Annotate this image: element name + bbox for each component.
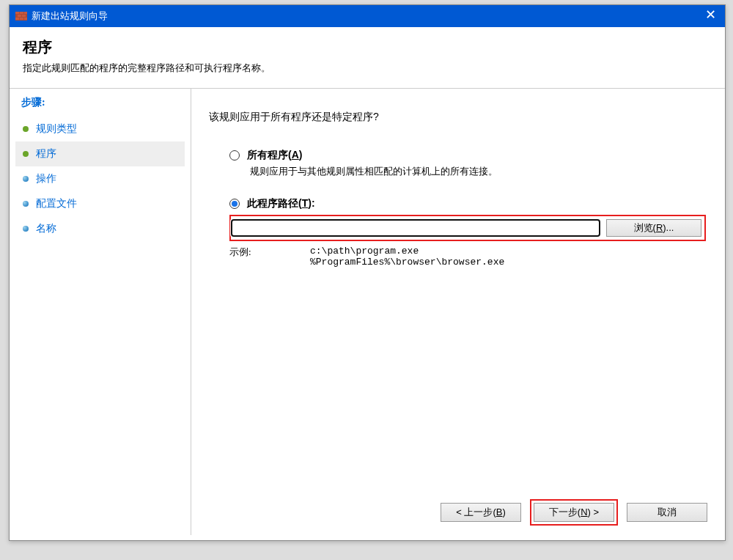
step-bullet-icon [23, 201, 29, 207]
page-title: 程序 [23, 37, 712, 57]
step-bullet-icon [23, 176, 29, 182]
step-name[interactable]: 名称 [15, 216, 185, 241]
radio-all-programs-desc: 规则应用于与其他规则属性相匹配的计算机上的所有连接。 [250, 165, 707, 178]
example-label: 示例: [229, 246, 310, 268]
svg-rect-6 [15, 18, 19, 20]
next-button-highlight: 下一步(N) > [530, 499, 618, 526]
svg-rect-2 [20, 12, 23, 14]
page-description: 指定此规则匹配的程序的完整程序路径和可执行程序名称。 [23, 62, 712, 75]
next-button[interactable]: 下一步(N) > [534, 503, 614, 522]
close-icon: ✕ [705, 7, 716, 22]
path-row-highlight: 浏览(R)... [229, 215, 706, 241]
svg-rect-4 [18, 15, 21, 17]
svg-rect-8 [24, 18, 27, 20]
firewall-icon [15, 10, 27, 22]
step-profile[interactable]: 配置文件 [15, 191, 185, 216]
steps-sidebar: 步骤: 规则类型 程序 操作 配置文件 名称 [10, 89, 191, 535]
browse-button[interactable]: 浏览(R)... [606, 219, 701, 237]
path-block: 浏览(R)... 示例: c:\path\program.exe %Progra… [229, 215, 707, 268]
program-path-input[interactable] [231, 219, 600, 237]
steps-heading: 步骤: [21, 96, 185, 109]
svg-rect-7 [20, 18, 23, 20]
question-text: 该规则应用于所有程序还是特定程序? [209, 111, 707, 124]
wizard-header: 程序 指定此规则匹配的程序的完整程序路径和可执行程序名称。 [10, 27, 725, 89]
svg-rect-5 [22, 15, 26, 17]
back-button[interactable]: < 上一步(B) [441, 503, 521, 522]
svg-rect-3 [24, 12, 27, 14]
cancel-button[interactable]: 取消 [627, 503, 707, 522]
step-label: 规则类型 [36, 122, 77, 136]
radio-this-program[interactable] [229, 199, 240, 209]
step-action[interactable]: 操作 [15, 166, 185, 191]
radio-this-program-row[interactable]: 此程序路径(T): [229, 197, 707, 210]
radio-all-programs[interactable] [229, 150, 240, 161]
window-title: 新建出站规则向导 [32, 5, 719, 27]
step-label: 配置文件 [36, 197, 77, 210]
example-paths: c:\path\program.exe %ProgramFiles%\brows… [310, 246, 504, 268]
wizard-window: 新建出站规则向导 ✕ 程序 指定此规则匹配的程序的完整程序路径和可执行程序名称。… [9, 4, 726, 541]
main-panel: 该规则应用于所有程序还是特定程序? 所有程序(A) 规则应用于与其他规则属性相匹… [191, 89, 725, 535]
step-bullet-icon [23, 126, 29, 132]
close-button[interactable]: ✕ [696, 5, 725, 27]
radio-all-programs-row[interactable]: 所有程序(A) [229, 149, 707, 162]
step-label: 程序 [36, 147, 56, 161]
step-label: 操作 [36, 172, 56, 185]
svg-rect-1 [15, 12, 19, 14]
wizard-body: 步骤: 规则类型 程序 操作 配置文件 名称 该规则应 [10, 89, 725, 535]
example-row: 示例: c:\path\program.exe %ProgramFiles%\b… [229, 246, 707, 268]
title-bar: 新建出站规则向导 ✕ [10, 5, 725, 27]
step-rule-type[interactable]: 规则类型 [15, 117, 185, 141]
step-program[interactable]: 程序 [15, 141, 185, 166]
step-bullet-icon [23, 226, 29, 232]
step-label: 名称 [36, 222, 56, 235]
wizard-buttons: < 上一步(B) 下一步(N) > 取消 [441, 501, 707, 523]
step-bullet-icon [23, 151, 29, 157]
radio-this-program-label: 此程序路径(T): [247, 197, 315, 210]
radio-all-programs-label: 所有程序(A) [247, 149, 302, 162]
